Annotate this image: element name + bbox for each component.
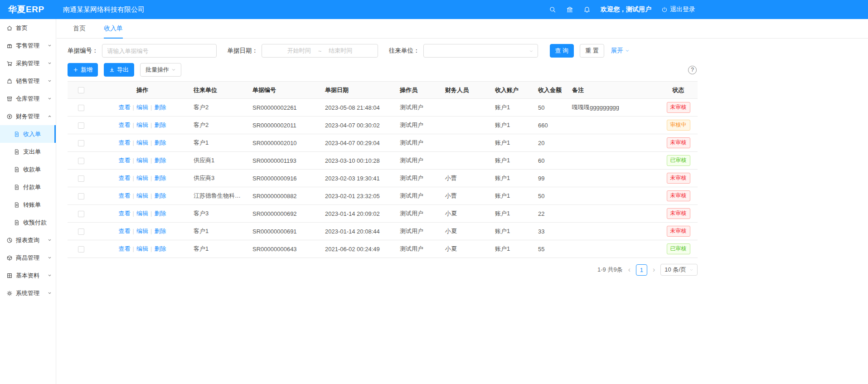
tab-income-bill[interactable]: 收入单 [104,19,123,39]
view-link[interactable]: 查看 [119,210,131,217]
search-icon[interactable] [549,6,556,13]
action-separator: | [150,122,152,128]
date-range-picker[interactable]: 开始时间 ~ 结束时间 [262,44,378,58]
table-row: 查看|编辑|删除江苏德鲁生物科技有限...SR000000008822023-0… [68,187,698,205]
row-checkbox[interactable] [78,211,84,217]
topbar: 华夏ERP 南通某某网络科技有限公司 欢迎您，测试用户 退出登录 [0,0,868,19]
sidebar-item-purchase[interactable]: 采购管理 [0,54,56,72]
reset-button[interactable]: 重 置 [580,44,604,58]
row-checkbox[interactable] [78,246,84,253]
delete-link[interactable]: 删除 [154,104,166,111]
sidebar-item-retail[interactable]: 零售管理 [0,37,56,54]
edit-link[interactable]: 编辑 [136,210,148,217]
row-checkbox[interactable] [78,175,84,182]
view-link[interactable]: 查看 [119,122,131,128]
search-button[interactable]: 查 询 [550,44,574,58]
account-cell: 账户1 [491,223,534,240]
view-link[interactable]: 查看 [119,157,131,164]
help-icon[interactable]: ? [688,66,697,74]
remark-cell: 嘎嘎嘎ggggggggg [568,99,659,117]
view-link[interactable]: 查看 [119,139,131,146]
content: 单据编号： 单据日期： 开始时间 ~ 结束时间 往来单位： 查 询 重 置 展开… [57,39,698,276]
bank-icon[interactable] [566,6,573,13]
bill-number-label: 单据编号： [68,47,98,55]
delete-link[interactable]: 删除 [154,245,166,252]
delete-link[interactable]: 删除 [154,157,166,164]
edit-link[interactable]: 编辑 [136,192,148,199]
row-checkbox[interactable] [78,228,84,235]
sidebar-item-income-bill[interactable]: 收入单 [0,125,56,143]
sidebar-item-system[interactable]: 系统管理 [0,284,56,302]
page-size-select[interactable]: 10 条/页 [660,264,698,276]
bill-date-cell: 2023-02-03 19:30:41 [321,170,396,187]
bill-number-cell: SR00000000692 [249,205,321,223]
action-separator: | [150,157,152,164]
action-separator: | [150,104,152,111]
date-start-placeholder: 开始时间 [287,47,311,55]
sidebar-item-goods[interactable]: 商品管理 [0,249,56,267]
sidebar-item-receipt-bill[interactable]: 收款单 [0,160,56,178]
sidebar-item-reports[interactable]: 报表查询 [0,231,56,249]
edit-link[interactable]: 编辑 [136,157,148,164]
edit-link[interactable]: 编辑 [136,228,148,234]
remark-cell [568,187,659,205]
edit-link[interactable]: 编辑 [136,175,148,181]
select-all-checkbox[interactable] [78,87,84,93]
bill-date-cell: 2023-01-14 20:09:02 [321,205,396,223]
sidebar-item-basic-data[interactable]: 基本资料 [0,267,56,284]
bell-icon[interactable] [583,6,591,13]
logout-button[interactable]: 退出登录 [661,5,695,14]
account-cell: 账户1 [491,152,534,170]
chevron-down-icon [48,97,52,101]
sidebar-menu: 首页零售管理采购管理销售管理仓库管理财务管理收入单支出单收款单付款单转账单收预付… [0,19,56,302]
edit-link[interactable]: 编辑 [136,122,148,128]
add-button[interactable]: 新增 [68,63,98,77]
sidebar-item-finance[interactable]: 财务管理 [0,107,56,125]
delete-link[interactable]: 删除 [154,228,166,234]
row-checkbox[interactable] [78,140,84,146]
sidebar-item-prepayment[interactable]: 收预付款 [0,214,56,231]
chevron-down-icon [529,49,533,53]
batch-operations-button[interactable]: 批量操作 [140,63,181,77]
delete-link[interactable]: 删除 [154,122,166,128]
sidebar-item-transfer-bill[interactable]: 转账单 [0,196,56,214]
unit-select[interactable] [423,44,538,58]
edit-link[interactable]: 编辑 [136,245,148,252]
warehouse-icon [6,96,13,102]
delete-link[interactable]: 删除 [154,210,166,217]
view-link[interactable]: 查看 [119,175,131,181]
view-link[interactable]: 查看 [119,245,131,252]
sidebar-item-expense-bill[interactable]: 支出单 [0,143,56,160]
view-link[interactable]: 查看 [119,192,131,199]
delete-link[interactable]: 删除 [154,139,166,146]
row-checkbox[interactable] [78,158,84,164]
action-separator: | [150,228,152,234]
next-page-button[interactable]: › [652,266,656,273]
export-button[interactable]: 导出 [104,63,134,77]
sidebar-item-sales[interactable]: 销售管理 [0,72,56,90]
prev-page-button[interactable]: ‹ [627,266,631,273]
view-link[interactable]: 查看 [119,104,131,111]
row-checkbox[interactable] [78,122,84,129]
row-checkbox[interactable] [78,193,84,199]
bill-number-input[interactable] [102,44,217,58]
chevron-down-icon [625,49,630,53]
row-checkbox[interactable] [78,105,84,111]
expand-link[interactable]: 展开 [611,47,630,55]
action-separator: | [133,192,134,199]
action-separator: | [150,245,152,252]
view-link[interactable]: 查看 [119,228,131,234]
edit-link[interactable]: 编辑 [136,139,148,146]
sidebar-item-warehouse[interactable]: 仓库管理 [0,90,56,107]
delete-link[interactable]: 删除 [154,192,166,199]
current-page[interactable]: 1 [636,264,647,276]
remark-cell [568,117,659,134]
status-badge: 未审核 [667,137,690,148]
bill-number-cell: SR00000000916 [249,170,321,187]
delete-link[interactable]: 删除 [154,175,166,181]
system-icon [6,290,13,297]
edit-link[interactable]: 编辑 [136,104,148,111]
tab-home[interactable]: 首页 [73,19,86,39]
sidebar-item-home[interactable]: 首页 [0,19,56,37]
sidebar-item-payment-bill[interactable]: 付款单 [0,178,56,196]
